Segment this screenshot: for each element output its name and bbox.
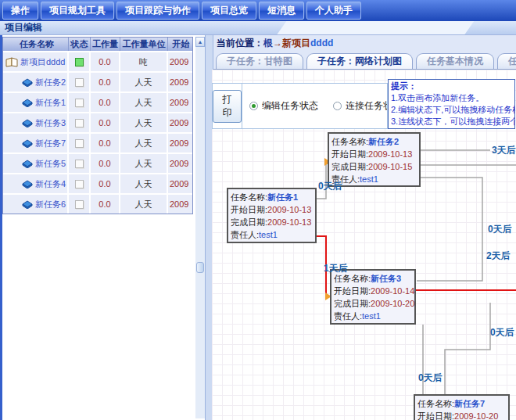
node-task-name: 新任务3 (371, 274, 401, 283)
status-checkbox[interactable] (75, 139, 84, 148)
workload-unit: 吨 (120, 52, 168, 71)
table-row-task[interactable]: 新任务1 0.0 人天 2009 (3, 92, 192, 112)
header-start: 开始 (168, 38, 192, 51)
menu-item-operations[interactable]: 操作 (2, 2, 38, 20)
start-date: 2009 (168, 113, 192, 132)
detail-tab-bar: 子任务：甘特图 子任务：网络计划图 任务基本情况 任务变 (212, 52, 516, 70)
table-row-task[interactable]: 新任务3 0.0 人天 2009 (3, 112, 192, 132)
node-owner: test1 (362, 311, 381, 321)
node-task-name: 新任务1 (267, 192, 298, 202)
task-node-task2[interactable]: 任务名称:新任务2 开始日期:2009-10-13 完成日期:2009-10-1… (328, 132, 421, 187)
edit-mode-radio[interactable] (249, 102, 258, 110)
table-row-task[interactable]: 新任务6 0.0 人天 2009 (3, 193, 192, 214)
network-diagram-canvas[interactable]: 打印 编辑任务状态 连接任务状态 提示： 1.双击画布添加新任务。 2.编辑状态… (212, 70, 516, 420)
table-row-task[interactable]: 新任务2 0.0 人天 2009 (3, 71, 192, 92)
menu-item-planning-tools[interactable]: 项目规划工具 (41, 2, 114, 20)
task-name-link[interactable]: 新任务6 (35, 199, 66, 210)
edge-label-days: 0天后 (418, 372, 443, 385)
task-name-link[interactable]: 新项目dddd (20, 56, 65, 68)
status-checkbox[interactable] (75, 99, 84, 107)
tab-subtask-network[interactable]: 子任务：网络计划图 (306, 53, 413, 69)
breadcrumb-root-link[interactable]: 根 (263, 38, 273, 48)
header-workload-unit: 工作量单位 (120, 38, 168, 51)
task-book-icon (22, 118, 33, 127)
hint-box: 提示： 1.双击画布添加新任务。 2.编辑状态下,可以拖拽移动任务框 3.连线状… (388, 79, 515, 129)
breadcrumb-project-link[interactable]: →新项目 (273, 38, 310, 48)
table-row-project[interactable]: 新项目dddd 0.0 吨 2009 (3, 51, 192, 71)
connect-mode-radio[interactable] (333, 102, 342, 110)
start-date: 2009 (168, 73, 192, 92)
diagram-toolbar: 打印 编辑任务状态 连接任务状态 (212, 83, 388, 129)
menu-item-messages[interactable]: 短消息 (259, 2, 304, 20)
task-table: 任务名称 状态 工作量 工作量单位 开始 新项目dddd 0.0 吨 2009 (2, 37, 193, 214)
workload-value: 0.0 (91, 113, 120, 132)
start-date: 2009 (168, 174, 192, 193)
node-end-date: 2009-10-20 (371, 299, 414, 308)
print-button[interactable]: 打印 (213, 90, 242, 123)
workload-value: 0.0 (91, 93, 120, 112)
menu-item-tracking-collab[interactable]: 项目跟踪与协作 (116, 2, 199, 20)
task-name-link[interactable]: 新任务3 (35, 117, 66, 129)
edge-label-days: 2天后 (486, 249, 511, 263)
edit-mode-label[interactable]: 编辑任务状态 (262, 99, 318, 113)
page-titlebar: 项目编辑 (0, 21, 516, 35)
task-book-icon (22, 98, 33, 107)
status-checkbox[interactable] (75, 58, 84, 66)
workload-value: 0.0 (91, 195, 120, 214)
edge-label-days: 3天后 (492, 144, 516, 157)
table-row-task[interactable]: 新任务7 0.0 人天 2009 (3, 132, 192, 153)
node-start-date: 2009-10-14 (371, 286, 414, 296)
hint-line: 3.连线状态下，可以拖拽连接两个 (391, 116, 512, 127)
workload-unit: 人天 (120, 73, 168, 92)
status-checkbox[interactable] (75, 119, 84, 127)
header-status: 状态 (69, 38, 91, 51)
workload-unit: 人天 (120, 113, 168, 132)
task-node-task7[interactable]: 任务名称:新任务7 开始日期:2009-10-20 (414, 394, 510, 420)
task-book-icon (22, 77, 33, 87)
node-start-date: 2009-10-13 (267, 205, 311, 214)
edge-label-days: 0天后 (318, 180, 342, 193)
status-checkbox[interactable] (75, 78, 84, 87)
task-book-icon (22, 199, 33, 209)
task-book-icon (22, 159, 33, 168)
workload-value: 0.0 (91, 73, 120, 92)
task-name-link[interactable]: 新任务2 (35, 77, 66, 88)
breadcrumb: 当前位置：根→新项目dddd (212, 35, 516, 52)
task-name-link[interactable]: 新任务4 (35, 178, 66, 190)
connect-mode-label[interactable]: 连接任务状态 (346, 99, 387, 113)
start-date: 2009 (168, 52, 192, 71)
workload-unit: 人天 (120, 195, 168, 214)
scroll-up-icon[interactable]: ▲ (195, 37, 205, 47)
workload-value: 0.0 (91, 174, 120, 193)
task-node-task3[interactable]: 任务名称:新任务3 开始日期:2009-10-14 完成日期:2009-10-2… (330, 269, 416, 325)
header-task-name: 任务名称 (3, 38, 69, 51)
table-row-task[interactable]: 新任务4 0.0 人天 2009 (3, 173, 192, 193)
tab-task-basic-info[interactable]: 任务基本情况 (416, 53, 494, 69)
start-date: 2009 (168, 93, 192, 112)
tab-task-change[interactable]: 任务变 (497, 53, 516, 69)
status-checkbox[interactable] (75, 160, 84, 168)
tab-subtask-gantt[interactable]: 子任务：甘特图 (216, 53, 303, 69)
workload-unit: 人天 (120, 154, 168, 173)
table-row-task[interactable]: 新任务5 0.0 人天 2009 (3, 153, 192, 173)
table-scrollbar[interactable]: ▲ (195, 37, 205, 418)
task-name-link[interactable]: 新任务7 (35, 138, 66, 149)
workload-value: 0.0 (91, 52, 120, 71)
header-workload: 工作量 (91, 38, 120, 51)
task-node-task1[interactable]: 任务名称:新任务1 开始日期:2009-10-13 完成日期:2009-10-1… (227, 188, 317, 243)
scrollbar-thumb[interactable] (196, 262, 204, 273)
task-name-link[interactable]: 新任务1 (35, 97, 66, 109)
main-menubar: 操作 项目规划工具 项目跟踪与协作 项目总览 短消息 个人助手 (0, 0, 516, 21)
task-name-link[interactable]: 新任务5 (35, 158, 66, 170)
status-checkbox[interactable] (75, 180, 84, 188)
menu-item-project-overview[interactable]: 项目总览 (202, 2, 256, 20)
workload-unit: 人天 (120, 93, 168, 112)
breadcrumb-project-suffix[interactable]: dddd (310, 38, 333, 48)
menu-item-assistant[interactable]: 个人助手 (306, 2, 361, 20)
node-owner: test1 (259, 230, 278, 239)
start-date: 2009 (168, 154, 192, 173)
start-date: 2009 (168, 195, 192, 214)
status-checkbox[interactable] (75, 200, 84, 209)
task-book-icon (22, 179, 33, 188)
node-task-name: 新任务2 (368, 137, 399, 146)
